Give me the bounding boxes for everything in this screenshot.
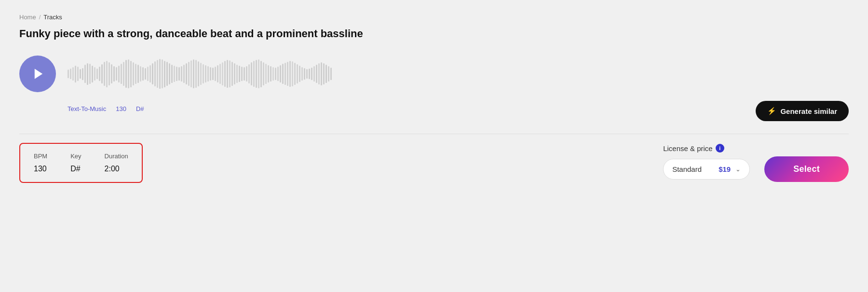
generate-similar-button[interactable]: ⚡ Generate similar (756, 101, 849, 121)
license-label-row: License & price i (663, 144, 724, 153)
license-label: License & price (663, 144, 713, 153)
generate-similar-label: Generate similar (780, 107, 837, 115)
bpm-value: 130 (34, 165, 47, 173)
genre-tag[interactable]: Text-To-Music (68, 105, 106, 112)
play-button[interactable] (19, 56, 56, 92)
track-info-box: BPM 130 Key D# Duration 2:00 (19, 143, 143, 183)
license-dropdown[interactable]: Standard $19 ⌄ (663, 159, 750, 180)
waveform[interactable] (68, 55, 849, 93)
track-title: Funky piece with a strong, danceable bea… (19, 28, 849, 40)
breadcrumb-separator: / (39, 14, 41, 21)
bpm-label: BPM (34, 153, 47, 160)
player-row (19, 55, 849, 93)
duration-label: Duration (105, 153, 128, 160)
key-tag: D# (136, 105, 144, 112)
chevron-down-icon: ⌄ (735, 166, 741, 173)
lightning-icon: ⚡ (767, 107, 776, 115)
license-type: Standard (672, 165, 714, 173)
bottom-row: BPM 130 Key D# Duration 2:00 License & p… (19, 143, 849, 183)
license-info-icon[interactable]: i (716, 144, 724, 153)
key-label: Key (70, 153, 81, 160)
select-button[interactable]: Select (764, 156, 849, 182)
duration-col: Duration 2:00 (105, 153, 128, 173)
play-icon (32, 67, 45, 81)
key-col: Key D# (70, 153, 81, 173)
breadcrumb-home[interactable]: Home (19, 14, 36, 21)
svg-marker-0 (35, 69, 42, 79)
section-divider (19, 134, 849, 134)
bpm-tag: 130 (116, 105, 126, 112)
key-value: D# (70, 165, 81, 173)
license-section: License & price i Standard $19 ⌄ Select (663, 144, 849, 182)
tags-row: Text-To-Music 130 D# (68, 105, 144, 112)
duration-value: 2:00 (105, 165, 128, 173)
breadcrumb: Home / Tracks (19, 14, 849, 21)
bpm-col: BPM 130 (34, 153, 47, 173)
license-controls-row: Standard $19 ⌄ Select (663, 156, 849, 182)
license-price: $19 (719, 165, 731, 173)
breadcrumb-current[interactable]: Tracks (43, 14, 62, 21)
